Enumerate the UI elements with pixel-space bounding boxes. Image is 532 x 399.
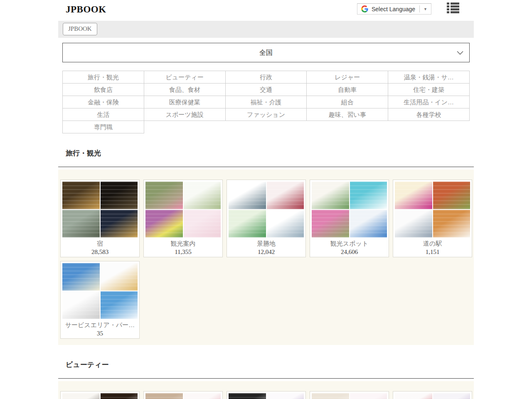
thumbnail-collage: [62, 393, 138, 399]
category-item[interactable]: 専門職: [63, 121, 144, 133]
category-item[interactable]: 生活用品・イン…: [388, 96, 470, 108]
site-header: JPBOOK Select Language ▼: [58, 0, 474, 21]
thumbnail-collage: [395, 393, 470, 399]
site-thumbnail: [267, 210, 304, 237]
category-item[interactable]: 生活: [63, 108, 144, 121]
site-thumbnail: [184, 182, 221, 209]
category-item[interactable]: レジャー: [307, 71, 388, 84]
category-item[interactable]: 趣味、習い事: [307, 108, 388, 121]
category-item[interactable]: 交通: [226, 84, 307, 96]
category-item[interactable]: 旅行・観光: [63, 71, 144, 84]
category-item[interactable]: 温泉・銭湯・サ…: [388, 71, 470, 84]
site-thumbnail: [395, 393, 432, 399]
category-item[interactable]: ファッション: [226, 108, 307, 121]
menu-list-row: [447, 2, 459, 5]
category-item[interactable]: 行政: [226, 71, 307, 84]
menu-list-row: [447, 5, 459, 7]
category-card[interactable]: [143, 391, 223, 399]
category-item[interactable]: スポーツ施設: [144, 108, 226, 121]
google-logo-icon: [361, 5, 368, 12]
thumbnail-collage: [229, 182, 304, 237]
thumbnail-collage: [312, 182, 387, 237]
google-translate-widget[interactable]: Select Language ▼: [357, 3, 431, 15]
category-card[interactable]: 観光スポット24,606: [310, 180, 389, 257]
card-count: 1,151: [395, 248, 470, 256]
category-card[interactable]: 観光案内11,355: [143, 180, 223, 257]
site-thumbnail: [433, 182, 470, 209]
category-item[interactable]: 組合: [307, 96, 388, 108]
category-section: ビューティー: [58, 360, 474, 399]
site-thumbnail: [312, 393, 349, 399]
site-thumbnail: [145, 182, 183, 209]
site-thumbnail: [145, 210, 183, 237]
category-card[interactable]: 宿28,583: [60, 180, 140, 257]
card-label: サービスエリア・パー…: [62, 321, 138, 329]
category-section: 旅行・観光宿28,583観光案内11,355景勝地12,042観光スポット24,…: [58, 148, 474, 345]
category-card[interactable]: [393, 391, 472, 399]
site-thumbnail: [229, 182, 266, 209]
category-item[interactable]: 医療保健業: [144, 96, 226, 108]
site-thumbnail: [62, 263, 100, 291]
site-thumbnail: [62, 291, 100, 319]
category-card[interactable]: 道の駅1,151: [393, 180, 472, 257]
card-label: 観光案内: [145, 239, 221, 248]
category-card[interactable]: 景勝地12,042: [227, 180, 306, 257]
language-widget-label: Select Language: [372, 6, 415, 12]
section-title: ビューティー: [66, 360, 474, 369]
thumbnail-collage: [62, 263, 138, 319]
section-title: 旅行・観光: [66, 148, 474, 158]
site-thumbnail: [433, 210, 470, 237]
sections: 旅行・観光宿28,583観光案内11,355景勝地12,042観光スポット24,…: [58, 148, 474, 399]
site-thumbnail: [62, 393, 100, 399]
site-thumbnail: [350, 210, 387, 237]
thumbnail-collage: [145, 393, 221, 399]
language-widget-divider: [419, 5, 420, 12]
site-thumbnail: [312, 210, 349, 237]
site-thumbnail: [184, 210, 221, 237]
site-thumbnail: [267, 393, 304, 399]
category-item[interactable]: 自動車: [307, 84, 388, 96]
category-item[interactable]: 各種学校: [388, 108, 470, 121]
site-thumbnail: [350, 393, 387, 399]
card-count: 35: [62, 329, 138, 337]
site-thumbnail: [395, 182, 432, 209]
site-thumbnail: [312, 182, 349, 209]
region-select[interactable]: 全国: [62, 43, 470, 62]
category-card[interactable]: [310, 391, 389, 399]
card-count: 24,606: [312, 248, 387, 256]
breadcrumb-home-button[interactable]: JPBOOK: [63, 23, 97, 35]
section-divider: [58, 378, 474, 379]
site-thumbnail: [267, 182, 304, 209]
menu-list-icon[interactable]: [447, 2, 459, 14]
site-thumbnail: [62, 182, 100, 209]
category-item[interactable]: 食品、食材: [144, 84, 226, 96]
site-thumbnail: [62, 210, 100, 237]
site-thumbnail: [433, 393, 470, 399]
site-thumbnail: [229, 393, 266, 399]
category-item[interactable]: ビューティー: [144, 71, 226, 84]
breadcrumb: JPBOOK: [58, 21, 474, 38]
thumbnail-collage: [229, 393, 304, 399]
page-content: JPBOOK Select Language ▼ JPBOOK 全: [58, 0, 474, 399]
thumbnail-collage: [312, 393, 387, 399]
thumbnail-collage: [145, 182, 221, 237]
category-card[interactable]: [60, 391, 140, 399]
site-thumbnail: [395, 210, 432, 237]
menu-list-row: [447, 8, 459, 10]
category-item[interactable]: 飲食店: [63, 84, 144, 96]
menu-list-row: [447, 11, 459, 13]
category-item[interactable]: 福祉・介護: [226, 96, 307, 108]
site-thumbnail: [101, 393, 138, 399]
region-select-value: 全国: [259, 49, 273, 56]
category-item[interactable]: 住宅・建築: [388, 84, 470, 96]
site-thumbnail: [145, 393, 183, 399]
site-thumbnail: [101, 291, 138, 319]
card-label: 景勝地: [229, 239, 304, 248]
language-dropdown-arrow-icon: ▼: [424, 7, 427, 11]
category-card[interactable]: [227, 391, 306, 399]
site-thumbnail: [101, 263, 138, 291]
card-label: 道の駅: [395, 239, 470, 248]
card-label: 宿: [62, 239, 138, 248]
category-item[interactable]: 金融・保険: [63, 96, 144, 108]
category-card[interactable]: サービスエリア・パー…35: [60, 261, 140, 339]
